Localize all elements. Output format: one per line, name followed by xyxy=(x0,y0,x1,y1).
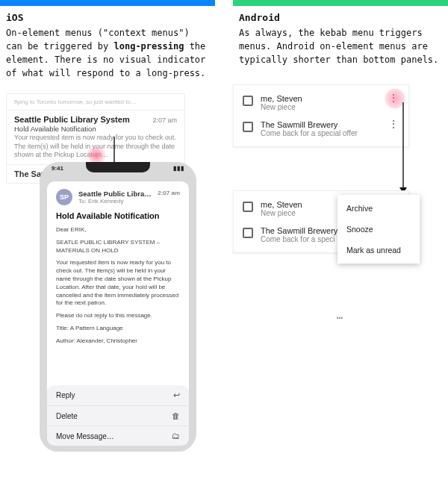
android-accent-bar xyxy=(233,0,448,6)
email-p1: Dear ERIK, xyxy=(56,226,180,234)
action-reply-label: Reply xyxy=(56,391,75,399)
ios-body-bold: long-pressing xyxy=(114,41,184,52)
email-subject: Hold Available Notification xyxy=(56,211,180,220)
list-item-time: 2:07 am xyxy=(152,116,177,124)
list-row-faded: flying to Toronto tomorrow, so just want… xyxy=(7,94,184,110)
checkbox[interactable] xyxy=(243,122,253,132)
status-time: 9:41 xyxy=(52,165,63,172)
row-line1: The Sawmill Brewery xyxy=(261,120,379,129)
email-to: To: Erik Kennedy xyxy=(78,198,180,205)
email-p4: Please do not reply to this message. xyxy=(56,312,180,320)
reply-icon: ↩︎ xyxy=(173,390,180,400)
list-item-subject: Hold Available Notification xyxy=(14,125,177,133)
email-p6: Author: Alexander, Christopher xyxy=(56,337,180,346)
email-p5: Title: A Pattern Language xyxy=(56,325,180,333)
list-item[interactable]: me, Steven New piece ⋮ xyxy=(234,90,408,116)
android-illustration: me, Steven New piece ⋮ The Sawmill Brewe… xyxy=(233,84,427,293)
email-from-time: 2:07 am xyxy=(158,190,180,196)
kebab-icon[interactable]: ⋮ xyxy=(387,94,399,102)
action-move[interactable]: Move Message… 🗂 xyxy=(47,426,189,446)
email-preview-card: SP Seattle Public Libra… 2:07 am To: Eri… xyxy=(47,181,189,396)
ios-heading: iOS xyxy=(6,12,215,23)
ios-column: iOS On-element menus ("context menus") c… xyxy=(0,0,215,452)
avatar: SP xyxy=(56,189,72,205)
folder-icon: 🗂 xyxy=(172,431,180,440)
row-line2: New piece xyxy=(261,103,379,111)
trash-icon: 🗑 xyxy=(172,411,180,420)
action-reply[interactable]: Reply ↩︎ xyxy=(47,385,189,406)
email-from: Seattle Public Libra… xyxy=(78,190,152,198)
row-line1: me, Steven xyxy=(261,94,379,103)
action-delete[interactable]: Delete 🗑 xyxy=(47,406,189,426)
menu-item-mark-unread[interactable]: Mark as unread xyxy=(337,240,420,261)
menu-item-snooze[interactable]: Snooze xyxy=(337,219,420,240)
kebab-icon[interactable]: ⋮ xyxy=(387,120,399,128)
action-delete-label: Delete xyxy=(56,412,78,420)
android-list-before: me, Steven New piece ⋮ The Sawmill Brewe… xyxy=(233,84,409,147)
checkbox[interactable] xyxy=(243,228,253,238)
context-menu: Reply ↩︎ Delete 🗑 Move Message… 🗂 xyxy=(47,385,189,446)
android-body: As always, the kebab menu triggers menus… xyxy=(239,26,442,66)
iphone-mock: 9:41 ▮▮▮ SP Seattle Public Libra… 2:07 a… xyxy=(40,162,196,452)
row-line2: Come back for a special offer xyxy=(261,129,379,137)
list-item-title: Seattle Public Library System xyxy=(14,115,130,124)
menu-item-archive[interactable]: Archive xyxy=(337,198,420,219)
list-item[interactable]: The Sawmill Brewery Come back for a spec… xyxy=(234,116,408,142)
email-p3: Your requested item is now ready for you… xyxy=(56,259,180,308)
action-move-label: Move Message… xyxy=(56,432,114,440)
checkbox[interactable] xyxy=(243,96,253,106)
ios-body: On-element menus ("context menus") can b… xyxy=(6,26,209,80)
android-heading: Android xyxy=(239,12,448,23)
footer-ellipsis: ⋯ xyxy=(233,311,448,323)
ios-illustration: flying to Toronto tomorrow, so just want… xyxy=(6,93,208,452)
status-signal: ▮▮▮ xyxy=(173,165,184,172)
list-item-preview: Your requested item is now ready for you… xyxy=(14,134,177,160)
android-column: Android As always, the kebab menu trigge… xyxy=(233,0,448,452)
checkbox[interactable] xyxy=(243,202,253,212)
android-popup-menu: Archive Snooze Mark as unread xyxy=(337,195,420,264)
email-p2: SEATLE PUBLIC LIBRARY SYSTEM – MATERIALS… xyxy=(56,239,180,255)
list-row-selected[interactable]: Seattle Public Library System 2:07 am Ho… xyxy=(7,110,184,165)
status-bar: 9:41 ▮▮▮ xyxy=(40,165,196,172)
ios-accent-bar xyxy=(0,0,215,6)
